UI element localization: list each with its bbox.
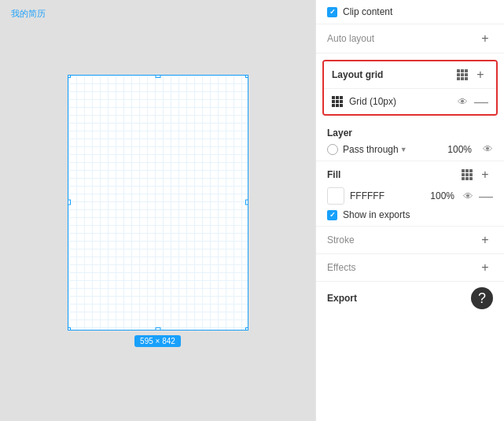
blend-mode-icon <box>327 144 338 155</box>
grid-remove-button[interactable]: — <box>474 94 488 109</box>
frame-size-label: 595 × 842 <box>134 335 181 347</box>
canvas-label: 我的简历 <box>11 8 46 20</box>
handle-mid-right[interactable] <box>245 200 248 205</box>
layout-grid-section: Layout grid + Grid (10px) 👁 <box>322 60 498 116</box>
effects-label: Effects <box>327 262 355 273</box>
auto-layout-row: Auto layout + <box>327 31 493 46</box>
clip-content-row: Clip content <box>327 6 493 17</box>
auto-layout-add-button[interactable]: + <box>477 31 493 46</box>
grid-item-row: Grid (10px) 👁 — <box>324 89 496 114</box>
handle-bottom-left[interactable] <box>68 327 71 331</box>
fill-header: Fill + <box>327 167 493 183</box>
show-exports-row: Show in exports <box>327 209 493 220</box>
export-question-icon: ? <box>478 291 486 305</box>
handle-top-mid[interactable] <box>155 75 160 78</box>
layer-row: Pass through ▼ 100% 👁 <box>327 143 493 155</box>
fill-opacity-value[interactable]: 100% <box>430 190 454 201</box>
auto-layout-label: Auto layout <box>327 33 374 44</box>
layer-visibility-icon[interactable]: 👁 <box>483 143 493 155</box>
canvas-frame[interactable] <box>68 75 248 331</box>
fill-section: Fill + FFFFFF 100% 👁 — Show in exports <box>316 161 504 227</box>
fill-row: FFFFFF 100% 👁 — <box>327 187 493 205</box>
frame-wrapper: 595 × 842 <box>68 75 248 347</box>
effects-section: Effects + <box>316 254 504 282</box>
grid-visibility-icon[interactable]: 👁 <box>458 96 468 108</box>
handle-top-left[interactable] <box>68 75 71 78</box>
auto-layout-section: Auto layout + <box>316 24 504 54</box>
effects-add-button[interactable]: + <box>477 260 493 275</box>
stroke-section: Stroke + <box>316 227 504 254</box>
fill-title: Fill <box>327 169 340 180</box>
layout-grid-title: Layout grid <box>332 69 383 80</box>
layout-grid-dots-icon[interactable] <box>457 69 468 80</box>
clip-content-section: Clip content <box>316 0 504 24</box>
handle-bottom-mid[interactable] <box>155 327 160 331</box>
canvas-area: 我的简历 595 × 842 <box>0 0 315 421</box>
grid-item-label: Grid (10px) <box>349 96 451 107</box>
export-section: Export ? <box>316 282 504 315</box>
stroke-add-button[interactable]: + <box>477 232 493 248</box>
clip-content-checkbox[interactable] <box>327 7 337 17</box>
export-add-button[interactable]: ? <box>471 287 493 309</box>
fill-color-swatch[interactable] <box>327 187 344 205</box>
blend-mode-chevron: ▼ <box>400 146 407 153</box>
stroke-label: Stroke <box>327 235 355 246</box>
handle-mid-left[interactable] <box>68 200 71 205</box>
layer-title: Layer <box>327 127 493 138</box>
fill-dots-icon[interactable] <box>462 169 473 180</box>
clip-content-label: Clip content <box>343 6 392 17</box>
export-label: Export <box>327 293 357 304</box>
grid-item-icon <box>332 96 343 107</box>
show-exports-label: Show in exports <box>343 209 410 220</box>
show-exports-checkbox[interactable] <box>327 210 337 220</box>
fill-header-icons: + <box>462 167 493 183</box>
handle-bottom-right[interactable] <box>245 327 248 331</box>
fill-add-button[interactable]: + <box>477 167 493 183</box>
grid-overlay <box>68 76 248 330</box>
fill-hex-value[interactable]: FFFFFF <box>350 190 425 201</box>
layout-grid-header: Layout grid + <box>324 61 496 89</box>
layer-opacity-value[interactable]: 100% <box>447 144 472 155</box>
blend-mode-selector[interactable]: Pass through ▼ <box>343 144 407 155</box>
handle-top-right[interactable] <box>245 75 248 78</box>
layout-grid-header-icons: + <box>457 67 488 83</box>
right-panel: Clip content Auto layout + Layout grid + <box>315 0 504 421</box>
fill-remove-button[interactable]: — <box>479 189 493 203</box>
layout-grid-outer: Layout grid + Grid (10px) 👁 <box>316 54 504 122</box>
layer-section: Layer Pass through ▼ 100% 👁 <box>316 122 504 161</box>
blend-mode-label: Pass through <box>343 144 399 155</box>
layout-grid-add-button[interactable]: + <box>473 67 488 83</box>
fill-visibility-icon[interactable]: 👁 <box>463 190 473 202</box>
